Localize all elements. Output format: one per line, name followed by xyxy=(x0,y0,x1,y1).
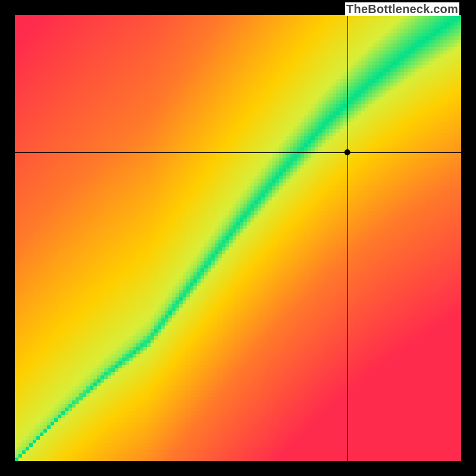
heatmap-canvas xyxy=(15,15,461,461)
plot-area xyxy=(15,15,461,461)
watermark-label: TheBottleneck.com xyxy=(345,2,459,16)
outer-frame: TheBottleneck.com xyxy=(0,0,476,476)
